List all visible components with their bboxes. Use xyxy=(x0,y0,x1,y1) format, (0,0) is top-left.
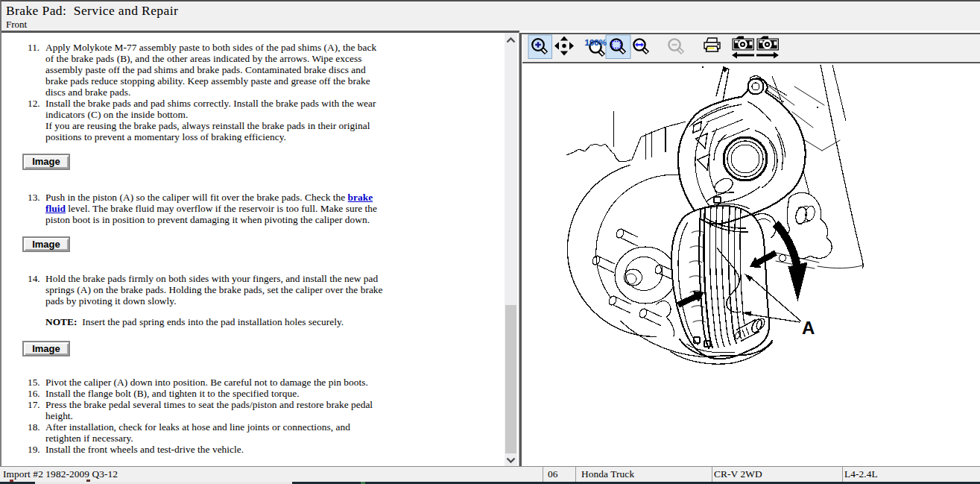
svg-text:100%: 100% xyxy=(585,38,607,47)
svg-text:A: A xyxy=(802,318,815,338)
